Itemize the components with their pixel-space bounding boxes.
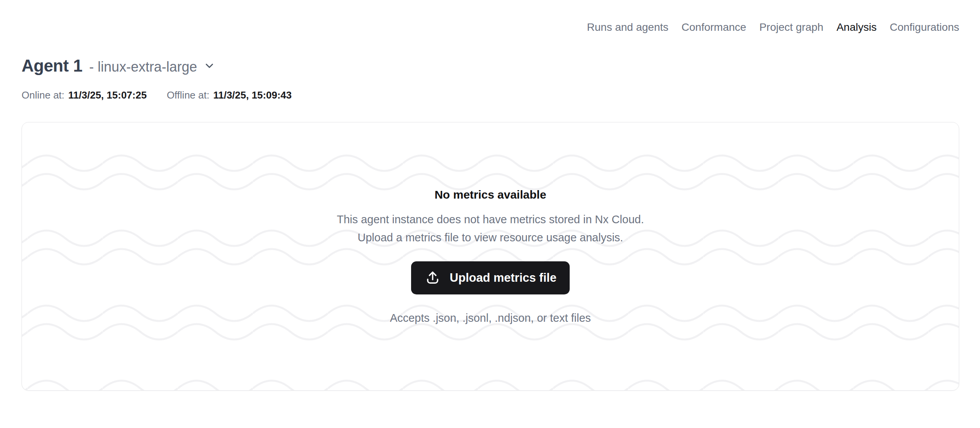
top-nav: Runs and agents Conformance Project grap… <box>22 0 959 35</box>
nav-runs-and-agents[interactable]: Runs and agents <box>587 20 669 35</box>
nav-analysis[interactable]: Analysis <box>836 20 876 35</box>
offline-at-value: 11/3/25, 15:09:43 <box>213 89 292 101</box>
metrics-card: No metrics available This agent instance… <box>22 122 959 391</box>
nav-project-graph[interactable]: Project graph <box>759 20 824 35</box>
empty-state-description: This agent instance does not have metric… <box>337 211 644 247</box>
upload-button-label: Upload metrics file <box>450 271 556 285</box>
online-at-value: 11/3/25, 15:07:25 <box>68 89 147 101</box>
nav-conformance[interactable]: Conformance <box>682 20 746 35</box>
empty-state-heading: No metrics available <box>435 187 546 202</box>
page: Runs and agents Conformance Project grap… <box>0 0 980 428</box>
nav-configurations[interactable]: Configurations <box>890 20 959 35</box>
agent-title-row: Agent 1 - linux-extra-large <box>22 55 959 77</box>
page-title: Agent 1 <box>22 55 82 77</box>
empty-state: No metrics available This agent instance… <box>22 122 959 390</box>
accepted-file-types: Accepts .json, .jsonl, .ndjson, or text … <box>390 311 591 325</box>
offline-at: Offline at: 11/3/25, 15:09:43 <box>167 89 292 101</box>
empty-state-description-line2: Upload a metrics file to view resource u… <box>337 229 644 247</box>
empty-state-description-line1: This agent instance does not have metric… <box>337 211 644 229</box>
chevron-down-icon <box>203 60 216 72</box>
upload-icon <box>424 269 441 286</box>
offline-at-label: Offline at: <box>167 89 209 101</box>
online-at-label: Online at: <box>22 89 64 101</box>
agent-selector-dropdown[interactable] <box>203 60 216 72</box>
agent-status-row: Online at: 11/3/25, 15:07:25 Offline at:… <box>22 89 959 102</box>
upload-metrics-button[interactable]: Upload metrics file <box>411 261 569 294</box>
agent-machine-label: - linux-extra-large <box>89 59 197 75</box>
online-at: Online at: 11/3/25, 15:07:25 <box>22 89 147 101</box>
